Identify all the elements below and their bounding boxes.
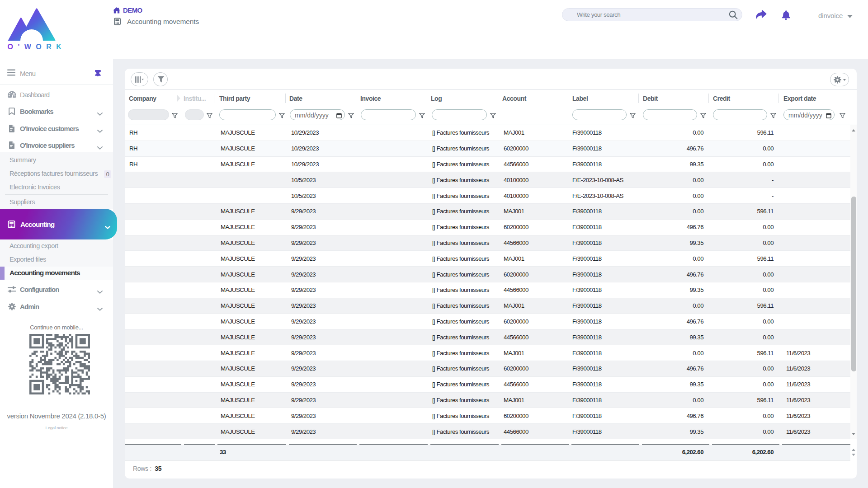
svg-text:O'WORK: O'WORK (8, 43, 66, 51)
